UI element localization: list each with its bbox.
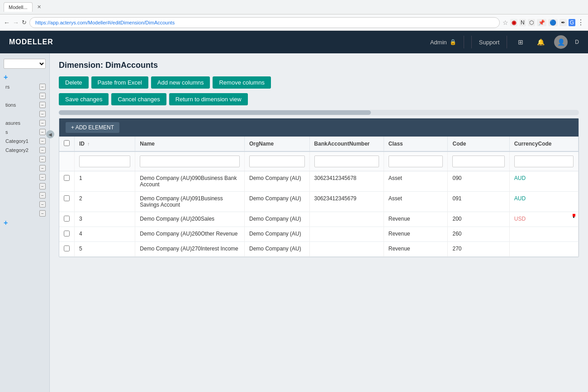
lock-icon: 🔒 xyxy=(450,39,456,45)
sidebar-minus-10[interactable]: − xyxy=(39,174,46,180)
filter-bankaccount-cell xyxy=(309,151,384,171)
th-bankaccount-label: BankAccountNumber xyxy=(314,141,370,147)
row5-checkbox[interactable] xyxy=(64,246,70,251)
page-title: Dimension: DimAccounts xyxy=(59,61,579,70)
sidebar-minus-11[interactable]: − xyxy=(39,183,46,189)
sidebar-minus-category1[interactable]: − xyxy=(39,138,46,144)
row2-id: 2 xyxy=(75,192,135,212)
horizontal-scrollbar[interactable] xyxy=(59,110,579,115)
sidebar-item-label-category1: Category1 xyxy=(5,138,39,144)
row5-bankaccount xyxy=(309,242,384,257)
ext-icon-2[interactable]: N xyxy=(519,19,526,26)
paste-from-excel-button[interactable]: Paste from Excel xyxy=(91,76,148,89)
grid-icon[interactable]: ⊞ xyxy=(514,36,527,48)
row4-checkbox[interactable] xyxy=(64,231,70,236)
th-code: Code xyxy=(448,137,509,151)
menu-icon[interactable]: ⋮ xyxy=(577,18,584,27)
filter-code-input[interactable] xyxy=(452,156,504,167)
sidebar-minus-4[interactable]: − xyxy=(39,111,46,117)
ext-icon-7[interactable]: G xyxy=(569,19,575,26)
table-header-row: ID ↑ Name OrgName BankAccountNumber xyxy=(59,137,579,151)
add-element-bar: + ADD ELEMENT xyxy=(59,118,579,137)
th-code-label: Code xyxy=(452,141,466,147)
ext-icon-4[interactable]: 📌 xyxy=(537,19,546,26)
sidebar-minus-tions[interactable]: − xyxy=(39,102,46,108)
star-icon[interactable]: ☆ xyxy=(503,19,508,26)
sidebar-item-rs: rs − xyxy=(0,82,49,91)
row4-id: 4 xyxy=(75,227,135,242)
select-all-checkbox[interactable] xyxy=(64,140,70,146)
filter-id-input[interactable] xyxy=(79,156,130,167)
sidebar-select[interactable] xyxy=(4,59,46,69)
back-icon[interactable]: ← xyxy=(4,19,10,26)
sidebar-minus-category2[interactable]: − xyxy=(39,147,46,153)
th-checkbox xyxy=(59,137,75,151)
save-changes-button[interactable]: Save changes xyxy=(59,93,109,105)
filter-orgname-cell xyxy=(245,151,310,171)
sidebar-minus-2[interactable]: − xyxy=(39,93,46,99)
header-divider-3 xyxy=(507,36,507,48)
row3-checkbox[interactable] xyxy=(64,216,70,222)
row2-checkbox[interactable] xyxy=(64,195,70,201)
address-bar-row: ← → ↻ ☆ ◉ N ⬡ 📌 🔵 ✒ G ⋮ xyxy=(0,14,588,31)
ext-icon-5[interactable]: 🔵 xyxy=(548,19,558,26)
filter-name-input[interactable] xyxy=(140,156,240,167)
row5-name: Demo Company (AU)270Interest Income xyxy=(135,242,245,257)
row5-class: Revenue xyxy=(384,242,448,257)
th-name: Name xyxy=(135,137,245,151)
row1-checkbox-cell xyxy=(59,171,75,192)
sidebar-minus-13[interactable]: − xyxy=(39,201,46,208)
row2-class: Asset xyxy=(384,192,448,212)
collapse-sidebar-button[interactable]: ◀ xyxy=(46,130,54,138)
filter-bankaccount-input[interactable] xyxy=(314,156,379,167)
avatar[interactable]: 👤 xyxy=(554,35,568,49)
row2-currencycode: AUD xyxy=(509,192,578,212)
sidebar-minus-rs[interactable]: − xyxy=(39,84,46,90)
filter-class-cell xyxy=(384,151,448,171)
sidebar-item-12: − xyxy=(0,191,49,200)
sidebar-add-top-button[interactable]: + xyxy=(0,72,49,82)
return-to-dimension-button[interactable]: Return to dimension view xyxy=(169,93,248,105)
add-new-columns-button[interactable]: Add new columns xyxy=(151,76,210,89)
row3-currencycode: ▪ USD xyxy=(509,212,578,227)
sidebar-minus-12[interactable]: − xyxy=(39,192,46,198)
row4-checkbox-cell xyxy=(59,227,75,242)
ext-icon-1[interactable]: ◉ xyxy=(510,19,517,26)
app-header: MODELLER Admin 🔒 Support ⊞ 🔔 👤 D xyxy=(0,31,588,53)
toolbar-row-2: Save changes Cancel changes Return to di… xyxy=(59,93,579,105)
support-link[interactable]: Support xyxy=(479,39,500,46)
add-element-button[interactable]: + ADD ELEMENT xyxy=(66,122,119,133)
ext-icon-6[interactable]: ✒ xyxy=(560,19,567,26)
cancel-changes-button[interactable]: Cancel changes xyxy=(111,93,166,105)
filter-currency-cell xyxy=(509,151,578,171)
sidebar-minus-8[interactable]: − xyxy=(39,156,46,162)
filter-currency-input[interactable] xyxy=(514,156,574,167)
sidebar-minus-asures[interactable]: − xyxy=(39,120,46,126)
browser-tab[interactable]: Modell... xyxy=(4,2,33,12)
sidebar-item-label-tions: tions xyxy=(5,102,39,108)
sidebar-minus-s[interactable]: − xyxy=(39,129,46,135)
row4-orgname: Demo Company (AU) xyxy=(245,227,310,242)
row3-id: 3 xyxy=(75,212,135,227)
refresh-icon[interactable]: ↻ xyxy=(22,19,27,26)
ext-icon-3[interactable]: ⬡ xyxy=(528,19,535,26)
address-input[interactable] xyxy=(29,17,500,28)
row1-currency-value: AUD xyxy=(514,175,526,181)
sidebar-minus-14[interactable]: − xyxy=(39,210,46,217)
sidebar-item-4: − xyxy=(0,109,49,118)
row1-checkbox[interactable] xyxy=(64,175,70,181)
filter-code-cell xyxy=(448,151,509,171)
sidebar-add-bottom-button[interactable]: + xyxy=(0,218,49,228)
delete-button[interactable]: Delete xyxy=(59,76,89,89)
bell-icon[interactable]: 🔔 xyxy=(534,36,547,48)
remove-columns-button[interactable]: Remove columns xyxy=(213,76,270,89)
row2-bankaccount: 30623412345679 xyxy=(309,192,384,212)
filter-class-input[interactable] xyxy=(389,156,443,167)
forward-icon[interactable]: → xyxy=(13,19,19,26)
close-tab-icon[interactable]: ✕ xyxy=(35,3,43,11)
sidebar-minus-9[interactable]: − xyxy=(39,165,46,171)
row5-orgname: Demo Company (AU) xyxy=(245,242,310,257)
filter-orgname-input[interactable] xyxy=(249,156,305,167)
sidebar-item-category1: Category1 − xyxy=(0,137,49,146)
th-id-sort[interactable]: ↑ xyxy=(87,142,90,146)
